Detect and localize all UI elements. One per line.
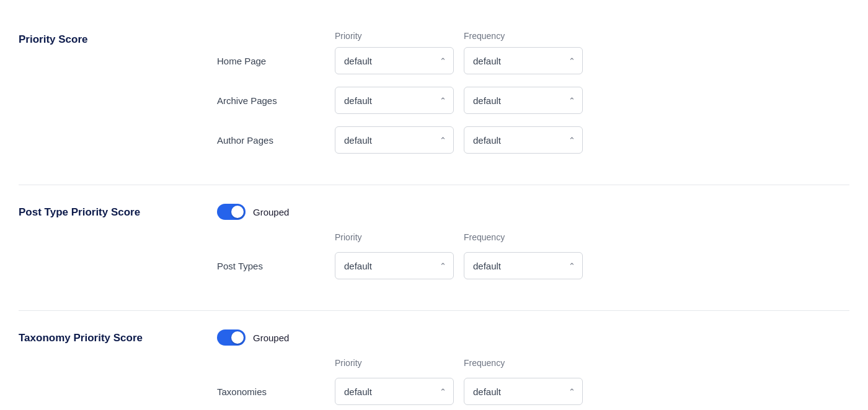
frequency-select-wrapper: defaultalwayshourlydailyweeklymonthlyyea… [464, 126, 583, 154]
section-content: GroupedPriorityFrequencyPost Typesdefaul… [217, 204, 849, 292]
row-label: Home Page [217, 56, 325, 66]
priority-select-wrapper: default0.00.10.20.30.40.50.60.70.80.91.0… [335, 47, 454, 74]
frequency-select[interactable]: defaultalwayshourlydailyweeklymonthlyyea… [464, 126, 583, 154]
column-headers: PriorityFrequency [217, 232, 849, 242]
row-label: Post Types [217, 261, 325, 271]
row: Taxonomiesdefault0.00.10.20.30.40.50.60.… [217, 378, 849, 405]
priority-select[interactable]: default0.00.10.20.30.40.50.60.70.80.91.0 [335, 378, 454, 405]
frequency-select-wrapper: defaultalwayshourlydailyweeklymonthlyyea… [464, 87, 583, 114]
row: Author Pagesdefault0.00.10.20.30.40.50.6… [217, 126, 849, 154]
grouped-toggle[interactable] [217, 329, 246, 346]
frequency-select-wrapper: defaultalwayshourlydailyweeklymonthlyyea… [464, 378, 583, 405]
section-priority-score: Priority ScorePriorityFrequencyHome Page… [19, 12, 849, 185]
column-header: Priority [335, 358, 454, 368]
priority-select-wrapper: default0.00.10.20.30.40.50.60.70.80.91.0… [335, 378, 454, 405]
section-title: Taxonomy Priority Score [19, 329, 192, 344]
priority-select[interactable]: default0.00.10.20.30.40.50.60.70.80.91.0 [335, 126, 454, 154]
row-label: Taxonomies [217, 386, 325, 397]
grouped-toggle[interactable] [217, 204, 246, 220]
section-layout: Post Type Priority ScoreGroupedPriorityF… [19, 204, 849, 292]
section-content: GroupedPriorityFrequencyTaxonomiesdefaul… [217, 329, 849, 410]
frequency-select[interactable]: defaultalwayshourlydailyweeklymonthlyyea… [464, 87, 583, 114]
row-label: Author Pages [217, 135, 325, 146]
section-layout: Taxonomy Priority ScoreGroupedPriorityFr… [19, 329, 849, 410]
section-taxonomy-priority-score: Taxonomy Priority ScoreGroupedPriorityFr… [19, 311, 849, 410]
priority-select-wrapper: default0.00.10.20.30.40.50.60.70.80.91.0… [335, 252, 454, 279]
grouped-row: Grouped [217, 329, 849, 346]
section-post-type-priority-score: Post Type Priority ScoreGroupedPriorityF… [19, 185, 849, 311]
priority-select[interactable]: default0.00.10.20.30.40.50.60.70.80.91.0 [335, 87, 454, 114]
row: Archive Pagesdefault0.00.10.20.30.40.50.… [217, 87, 849, 114]
column-headers: PriorityFrequency [217, 358, 849, 368]
frequency-select[interactable]: defaultalwayshourlydailyweeklymonthlyyea… [464, 252, 583, 279]
column-header: Priority [335, 31, 454, 41]
frequency-select[interactable]: defaultalwayshourlydailyweeklymonthlyyea… [464, 47, 583, 74]
frequency-select-wrapper: defaultalwayshourlydailyweeklymonthlyyea… [464, 47, 583, 74]
grouped-row: Grouped [217, 204, 849, 220]
priority-select-wrapper: default0.00.10.20.30.40.50.60.70.80.91.0… [335, 126, 454, 154]
grouped-label: Grouped [253, 333, 289, 343]
section-layout: Priority ScorePriorityFrequencyHome Page… [19, 31, 849, 166]
row: Post Typesdefault0.00.10.20.30.40.50.60.… [217, 252, 849, 279]
column-header: Frequency [464, 232, 583, 242]
column-header: Frequency [464, 358, 583, 368]
grouped-label: Grouped [253, 207, 289, 217]
section-title: Post Type Priority Score [19, 204, 192, 219]
frequency-select-wrapper: defaultalwayshourlydailyweeklymonthlyyea… [464, 252, 583, 279]
page-container: Priority ScorePriorityFrequencyHome Page… [0, 0, 868, 410]
frequency-select[interactable]: defaultalwayshourlydailyweeklymonthlyyea… [464, 378, 583, 405]
column-header: Priority [335, 232, 454, 242]
priority-select[interactable]: default0.00.10.20.30.40.50.60.70.80.91.0 [335, 252, 454, 279]
priority-select-wrapper: default0.00.10.20.30.40.50.60.70.80.91.0… [335, 87, 454, 114]
section-content: PriorityFrequencyHome Pagedefault0.00.10… [217, 31, 849, 166]
row: Home Pagedefault0.00.10.20.30.40.50.60.7… [217, 47, 849, 74]
column-headers: PriorityFrequency [217, 31, 849, 41]
section-title: Priority Score [19, 31, 192, 46]
column-header: Frequency [464, 31, 583, 41]
row-label: Archive Pages [217, 95, 325, 106]
priority-select[interactable]: default0.00.10.20.30.40.50.60.70.80.91.0 [335, 47, 454, 74]
